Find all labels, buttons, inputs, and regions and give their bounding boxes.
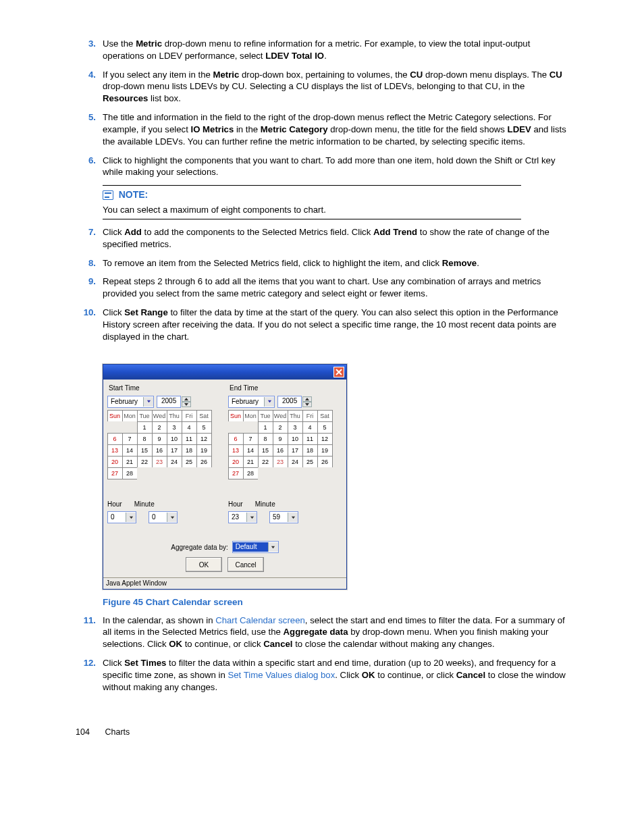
calendar-day[interactable]: 1 (137, 421, 153, 434)
calendar-day[interactable]: 16 (273, 444, 288, 457)
calendar-header: Thu (288, 410, 303, 422)
calendar-day[interactable]: 9 (273, 433, 288, 445)
calendar-header: Fri (302, 410, 318, 422)
calendar-header: Thu (167, 410, 182, 422)
calendar-day[interactable]: 9 (152, 433, 167, 445)
calendar-day[interactable]: 5 (196, 421, 212, 434)
calendar-day[interactable]: 14 (243, 444, 259, 457)
end-minute-dropdown[interactable]: 59 (269, 511, 298, 523)
page-number: 104 (76, 727, 103, 738)
spinner-up-icon[interactable] (182, 396, 191, 402)
step-body: Repeat steps 2 through 6 to add all the … (103, 276, 568, 300)
calendar-day[interactable]: 15 (137, 444, 153, 457)
step-number: 6. (76, 155, 103, 179)
calendar-day[interactable]: 3 (288, 421, 303, 434)
calendar-day[interactable]: 15 (258, 444, 273, 457)
figure-container: Start Time February 2005 SunMonTueWed (103, 364, 568, 590)
calendar-header: Wed (152, 410, 167, 422)
end-hour-dropdown[interactable]: 23 (228, 511, 257, 523)
step-body: The title and information in the field t… (103, 111, 568, 147)
calendar-day[interactable]: 18 (182, 444, 197, 457)
calendar-day[interactable]: 17 (167, 444, 182, 457)
calendar-day[interactable]: 2 (152, 421, 167, 434)
link-set-time-values[interactable]: Set Time Values dialog box (227, 670, 335, 680)
calendar-day[interactable]: 26 (317, 456, 333, 468)
calendar-day[interactable]: 24 (167, 456, 182, 468)
chevron-down-icon (288, 513, 298, 522)
calendar-day[interactable]: 14 (122, 444, 138, 457)
start-minute-dropdown[interactable]: 0 (149, 511, 178, 523)
calendar-day[interactable]: 8 (258, 433, 273, 445)
step-number: 4. (76, 69, 103, 105)
calendar-day[interactable]: 8 (137, 433, 153, 445)
calendar-day[interactable]: 6 (228, 433, 244, 445)
end-month-dropdown[interactable]: February (228, 396, 275, 408)
dialog-titlebar[interactable] (103, 365, 346, 380)
calendar-day[interactable]: 11 (302, 433, 318, 445)
calendar-day[interactable]: 12 (317, 433, 333, 445)
section-name: Charts (105, 727, 130, 737)
calendar-day[interactable]: 18 (302, 444, 318, 457)
calendar-day[interactable]: 28 (243, 467, 259, 479)
aggregate-dropdown[interactable]: Default (232, 541, 279, 553)
end-time-group: End Time February 2005 SunMonTueWedTh (228, 384, 342, 523)
start-month-dropdown[interactable]: February (107, 396, 154, 408)
calendar-day[interactable]: 24 (288, 456, 303, 468)
calendar-day[interactable]: 5 (317, 421, 333, 434)
calendar-day[interactable]: 13 (107, 444, 123, 457)
calendar-day[interactable]: 20 (228, 456, 244, 468)
ok-button[interactable]: OK (186, 557, 222, 572)
calendar-day[interactable]: 19 (317, 444, 333, 457)
calendar-day[interactable]: 17 (288, 444, 303, 457)
calendar-day[interactable]: 12 (196, 433, 212, 445)
calendar-day[interactable]: 22 (258, 456, 273, 468)
calendar-day[interactable]: 23 (152, 456, 167, 468)
spinner-down-icon[interactable] (302, 402, 312, 407)
calendar-day[interactable]: 7 (243, 433, 259, 445)
note-block: NOTE: You can select a maximum of eight … (103, 185, 568, 219)
calendar-header: Mon (122, 410, 138, 422)
calendar-day[interactable]: 28 (122, 467, 138, 479)
close-icon[interactable] (333, 367, 344, 377)
calendar-day[interactable]: 6 (107, 433, 123, 445)
calendar-day[interactable]: 19 (196, 444, 212, 457)
calendar-day[interactable]: 21 (122, 456, 138, 468)
calendar-header: Sat (196, 410, 212, 422)
spinner-up-icon[interactable] (302, 396, 312, 402)
calendar-day[interactable]: 11 (182, 433, 197, 445)
start-hour-dropdown[interactable]: 0 (107, 511, 136, 523)
calendar-day[interactable]: 10 (167, 433, 182, 445)
calendar-day[interactable]: 4 (302, 421, 318, 434)
step-number: 12. (76, 657, 103, 693)
calendar-day[interactable]: 2 (273, 421, 288, 434)
start-calendar[interactable]: SunMonTueWedThuFriSat1234567891011121314… (107, 411, 221, 479)
calendar-day[interactable]: 20 (107, 456, 123, 468)
end-year-spinner[interactable]: 2005 (277, 396, 312, 408)
step-number: 10. (76, 307, 103, 342)
end-calendar[interactable]: SunMonTueWedThuFriSat1234567891011121314… (228, 411, 342, 479)
calendar-day[interactable]: 16 (152, 444, 167, 457)
start-year-spinner[interactable]: 2005 (157, 396, 191, 408)
step-number: 5. (76, 111, 103, 147)
calendar-day[interactable]: 22 (137, 456, 153, 468)
calendar-day[interactable]: 26 (196, 456, 212, 468)
spinner-down-icon[interactable] (182, 402, 191, 407)
calendar-day[interactable]: 13 (228, 444, 244, 457)
calendar-day[interactable]: 27 (228, 467, 244, 479)
calendar-day[interactable]: 10 (288, 433, 303, 445)
calendar-day[interactable]: 3 (167, 421, 182, 434)
calendar-day[interactable]: 1 (258, 421, 273, 434)
cancel-button[interactable]: Cancel (227, 557, 264, 572)
calendar-header: Tue (137, 410, 153, 422)
aggregate-label: Aggregate data by: (171, 543, 228, 552)
link-chart-calendar[interactable]: Chart Calendar screen (215, 615, 305, 625)
calendar-day[interactable]: 25 (302, 456, 318, 468)
calendar-day[interactable]: 27 (107, 467, 123, 479)
step-number: 9. (76, 276, 103, 300)
step-list-continued: 11. In the calendar, as shown in Chart C… (76, 615, 568, 694)
calendar-day[interactable]: 23 (273, 456, 288, 468)
calendar-day[interactable]: 25 (182, 456, 197, 468)
calendar-day[interactable]: 21 (243, 456, 259, 468)
calendar-day[interactable]: 4 (182, 421, 197, 434)
calendar-day[interactable]: 7 (122, 433, 138, 445)
